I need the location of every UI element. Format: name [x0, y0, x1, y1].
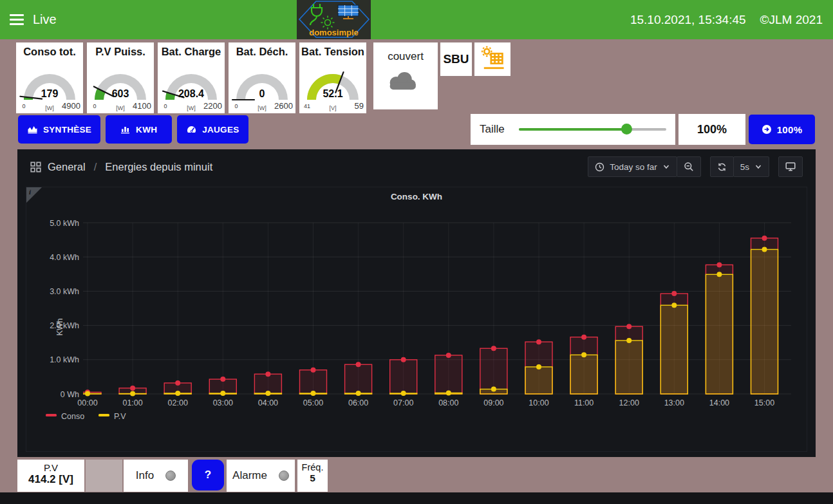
- point-conso: [762, 236, 767, 241]
- gauge-max: 2200: [203, 101, 222, 111]
- footer-row: P.V 414.2 [V] Info ? Alarme Fréq. 5: [17, 460, 328, 492]
- alarm-label: Alarme: [232, 469, 267, 482]
- area-chart-icon: [27, 124, 38, 135]
- bar-conso-06:00: [345, 364, 372, 394]
- x-tick-label: 00:00: [77, 398, 97, 407]
- bar-p.v-11:00: [570, 355, 597, 394]
- info-led-indicator: [165, 471, 176, 481]
- gauge-value: 603: [112, 88, 129, 99]
- mode-label: SBU: [443, 52, 469, 66]
- controls-row: SYNTHÈSE KWH JAUGES Taille: [18, 114, 815, 145]
- header: Live domosimple: [0, 0, 833, 39]
- point-p.v: [130, 391, 135, 396]
- y-axis-label: KWh: [55, 318, 64, 335]
- breadcrumb-root[interactable]: General: [48, 161, 86, 173]
- gauge-min: 0: [22, 103, 25, 109]
- slider-thumb[interactable]: [621, 124, 632, 135]
- gauge-value: 52.1: [323, 88, 342, 99]
- legend-item-conso[interactable]: Conso: [46, 412, 84, 421]
- help-button[interactable]: ?: [192, 460, 224, 490]
- point-p.v: [671, 303, 677, 308]
- frequency-value: 5: [297, 472, 328, 484]
- chart-panel: i Conso. KWh 0 Wh1.0 kWh2.0 kWh3.0 kWh4.…: [26, 187, 807, 452]
- svg-text:P.V: P.V: [114, 412, 126, 421]
- point-p.v: [762, 247, 767, 252]
- bar-conso-08:00: [435, 355, 462, 394]
- x-tick-label: 15:00: [754, 398, 774, 407]
- dashboard-header: General / Energies depuis minuit Today s…: [17, 149, 816, 184]
- point-conso: [491, 346, 496, 351]
- breadcrumb-separator: /: [92, 161, 99, 173]
- point-conso: [716, 262, 722, 267]
- gauge-icon: [186, 124, 197, 135]
- gauge-min: 0: [234, 103, 238, 109]
- gauge-max: 2600: [274, 101, 293, 111]
- synthese-button[interactable]: SYNTHÈSE: [18, 115, 100, 144]
- point-conso: [175, 380, 180, 386]
- x-tick-label: 06:00: [348, 398, 368, 407]
- gauge-title: Bat. Tension: [299, 46, 366, 58]
- point-conso: [265, 371, 270, 377]
- refresh-interval-label: 5s: [740, 162, 749, 172]
- x-tick-label: 05:00: [303, 398, 323, 407]
- size-slider[interactable]: [519, 124, 666, 135]
- pv-voltage-label: P.V: [17, 462, 84, 473]
- zoom-value-display: 100%: [679, 114, 745, 145]
- copyright: ©JLM 2021: [760, 13, 823, 27]
- pv-voltage-tile: P.V 414.2 [V]: [17, 460, 84, 492]
- page-title: Live: [33, 12, 57, 27]
- pv-voltage-value: 414.2 [V]: [17, 473, 84, 486]
- y-tick-label: 4.0 kWh: [50, 253, 79, 262]
- kwh-button[interactable]: KWH: [106, 115, 172, 144]
- gauge-unit: [V]: [329, 105, 336, 111]
- refresh-button[interactable]: [710, 156, 734, 177]
- gauge-tile-3: Bat. Déch.002600[W]: [229, 42, 295, 113]
- jauges-label: JAUGES: [202, 125, 239, 135]
- legend-item-p.v[interactable]: P.V: [98, 412, 126, 421]
- clock-icon: [595, 162, 604, 172]
- solar-tile: [474, 42, 510, 76]
- point-p.v: [220, 391, 225, 396]
- breadcrumb-page[interactable]: Energies depuis minuit: [105, 161, 212, 173]
- bar-p.v-12:00: [615, 341, 642, 394]
- frequency-tile: Fréq. 5: [297, 460, 328, 492]
- gauge-tile-0: Conso tot.17904900[W]: [16, 42, 83, 113]
- panel-info-corner[interactable]: i: [26, 187, 42, 203]
- point-p.v: [536, 364, 541, 369]
- gauge-tile-2: Bat. Charge208.402200[W]: [158, 42, 225, 113]
- gauge-title: Bat. Déch.: [229, 46, 295, 58]
- weather-tile: couvert: [373, 42, 438, 109]
- y-tick-label: 1.0 kWh: [50, 355, 79, 364]
- tv-mode-button[interactable]: [778, 156, 803, 177]
- zoom-out-button[interactable]: [677, 156, 701, 177]
- gauge-title: Conso tot.: [16, 46, 83, 58]
- refresh-interval-picker[interactable]: 5s: [733, 156, 769, 177]
- caret-down-icon: [754, 163, 762, 171]
- time-range-picker[interactable]: Today so far: [588, 156, 677, 177]
- help-button-label: ?: [205, 469, 211, 481]
- chart-title: Conso. KWh: [26, 187, 807, 207]
- solar-panel-icon: [478, 45, 507, 73]
- jauges-button[interactable]: JAUGES: [177, 115, 248, 144]
- gauge-dial: 208.402200[W]: [158, 59, 225, 113]
- alarm-led-indicator: [279, 471, 289, 481]
- point-conso: [356, 362, 361, 367]
- zoom-out-icon: [684, 162, 694, 172]
- point-p.v: [356, 391, 361, 396]
- point-conso: [401, 357, 406, 362]
- x-tick-label: 01:00: [122, 398, 142, 407]
- bar-conso-07:00: [390, 360, 417, 394]
- gauge-unit: [W]: [45, 105, 54, 111]
- menu-icon[interactable]: [10, 12, 24, 28]
- synthese-label: SYNTHÈSE: [43, 125, 91, 135]
- gauge-dial: 60304100[W]: [87, 59, 154, 113]
- point-p.v: [311, 391, 316, 396]
- gauge-value: 208.4: [178, 88, 204, 99]
- x-tick-label: 09:00: [483, 398, 503, 407]
- gauge-dial: 17904900[W]: [16, 59, 83, 113]
- size-label: Taille: [480, 123, 505, 136]
- gauge-dial: 52.14159[V]: [299, 59, 366, 113]
- gauge-max: 59: [355, 101, 364, 111]
- kwh-label: KWH: [136, 125, 157, 135]
- apply-zoom-button[interactable]: 100%: [749, 115, 815, 144]
